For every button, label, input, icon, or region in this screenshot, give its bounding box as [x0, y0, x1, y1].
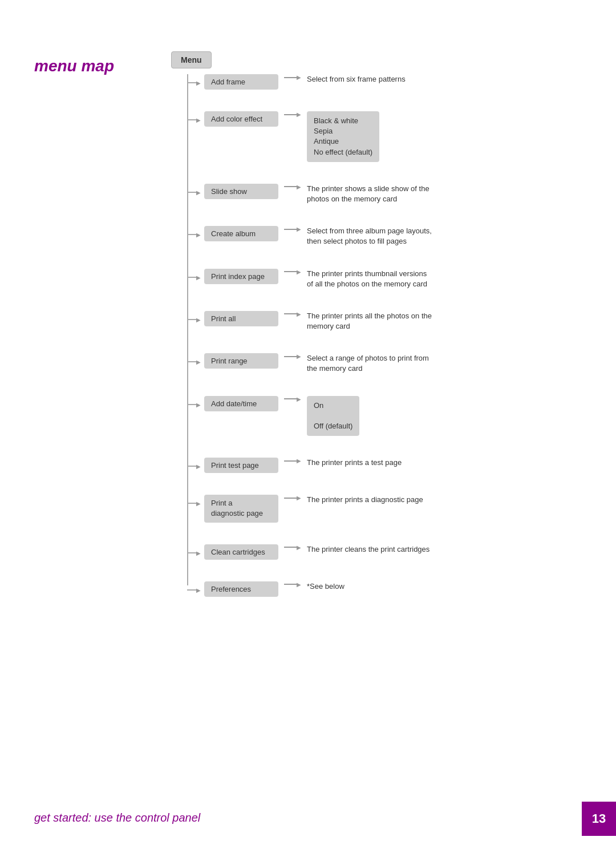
list-item: ▶ Print all The printer prints all the p… — [171, 311, 570, 332]
arrow-right-icon — [284, 353, 301, 359]
list-item: ▶ Preferences *See below — [171, 581, 570, 597]
page-title: menu map — [34, 57, 114, 75]
menu-box-print-test-page: Print test page — [204, 458, 278, 473]
arrow-icon: ▶ — [196, 317, 201, 323]
description-clean-cartridges: The printer cleans the print cartridges — [307, 544, 429, 555]
arrow-right-icon — [284, 581, 301, 588]
menu-box-add-frame: Add frame — [204, 74, 278, 90]
arrow-right-icon — [284, 111, 301, 118]
list-item: ▶ Create album Select from three album p… — [171, 226, 570, 246]
arrow-icon: ▶ — [196, 463, 201, 470]
list-item: ▶ Add date/time OnOff (default) — [171, 396, 570, 436]
arrow-right-icon — [284, 74, 301, 80]
description-add-date-time: OnOff (default) — [307, 396, 359, 436]
arrow-icon: ▶ — [196, 500, 201, 507]
description-add-frame: Select from six frame patterns — [307, 74, 406, 84]
arrow-right-icon — [284, 269, 301, 275]
description-preferences: *See below — [307, 581, 345, 592]
menu-box-create-album: Create album — [204, 226, 278, 241]
menu-box-slide-show: Slide show — [204, 184, 278, 199]
menu-box-preferences: Preferences — [204, 581, 278, 597]
arrow-right-icon — [284, 184, 301, 190]
arrow-right-icon — [284, 396, 301, 402]
arrow-icon: ▶ — [196, 587, 201, 593]
arrow-icon: ▶ — [196, 232, 201, 238]
description-print-range: Select a range of photos to print from t… — [307, 353, 432, 374]
arrow-right-icon — [284, 544, 301, 551]
tree-wrapper: ▶ Add frame Select from six frame patter… — [171, 74, 570, 597]
list-item: ▶ Print index page The printer prints th… — [171, 269, 570, 289]
description-print-diagnostic: The printer prints a diagnostic page — [307, 495, 423, 505]
footer-text: get started: use the control panel — [34, 811, 200, 824]
menu-box-print-diagnostic: Print adiagnostic page — [204, 495, 278, 522]
list-item: ▶ Slide show The printer shows a slide s… — [171, 184, 570, 204]
description-print-all: The printer prints all the photos on the… — [307, 311, 432, 332]
description-add-color-effect: Black & whiteSepiaAntiqueNo effect (defa… — [307, 111, 379, 162]
arrow-icon: ▶ — [196, 402, 201, 408]
menu-container: Menu ▶ Add frame Select from six frame p… — [171, 51, 570, 618]
arrow-icon: ▶ — [196, 80, 201, 86]
menu-box-clean-cartridges: Clean cartridges — [204, 544, 278, 560]
menu-box-print-index-page: Print index page — [204, 269, 278, 284]
menu-box-add-date-time: Add date/time — [204, 396, 278, 411]
list-item: ▶ Print adiagnostic page The printer pri… — [171, 495, 570, 522]
arrow-right-icon — [284, 495, 301, 501]
list-item: ▶ Print range Select a range of photos t… — [171, 353, 570, 374]
rows-container: ▶ Add frame Select from six frame patter… — [171, 74, 570, 597]
description-create-album: Select from three album page layouts, th… — [307, 226, 432, 246]
arrow-right-icon — [284, 311, 301, 317]
arrow-icon: ▶ — [196, 359, 201, 365]
arrow-icon: ▶ — [196, 117, 201, 123]
menu-box-print-range: Print range — [204, 353, 278, 369]
list-item: ▶ Add color effect Black & whiteSepiaAnt… — [171, 111, 570, 162]
arrow-icon: ▶ — [196, 274, 201, 281]
description-print-test-page: The printer prints a test page — [307, 458, 402, 468]
description-slide-show: The printer shows a slide show of the ph… — [307, 184, 432, 204]
arrow-icon: ▶ — [196, 550, 201, 556]
arrow-right-icon — [284, 226, 301, 232]
arrow-right-icon — [284, 458, 301, 464]
arrow-icon: ▶ — [196, 189, 201, 196]
list-item: ▶ Add frame Select from six frame patter… — [171, 74, 570, 90]
page-number-box: 13 — [582, 802, 616, 836]
menu-box-add-color-effect: Add color effect — [204, 111, 278, 127]
menu-box-print-all: Print all — [204, 311, 278, 326]
menu-header: Menu — [171, 51, 212, 68]
description-print-index-page: The printer prints thumbnail versions of… — [307, 269, 432, 289]
list-item: ▶ Clean cartridges The printer cleans th… — [171, 544, 570, 560]
list-item: ▶ Print test page The printer prints a t… — [171, 458, 570, 473]
